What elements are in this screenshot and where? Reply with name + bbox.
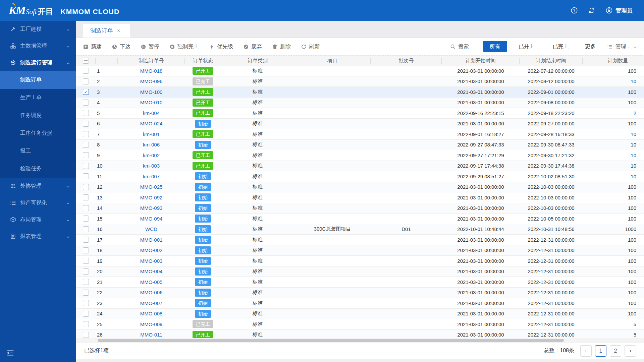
row-checkbox[interactable] [83, 152, 89, 158]
search-button[interactable]: 搜索 [450, 43, 469, 50]
table-row[interactable]: 19MMO-003初始标准2021-03-01 00:00:002022-12-… [76, 256, 644, 266]
sidebar-subitem[interactable]: 检验任务 [0, 160, 76, 178]
toolbar-action-button[interactable]: 废弃 [243, 43, 262, 50]
table-row[interactable]: 21MMO-005初始标准2021-03-01 00:00:002022-12-… [76, 277, 644, 288]
order-number-link[interactable]: MMO-092 [140, 195, 163, 200]
row-checkbox[interactable] [83, 247, 89, 253]
row-checkbox[interactable] [83, 237, 89, 243]
sidebar-item-5[interactable]: 排产可视化 [0, 194, 76, 211]
table-row[interactable]: 12MMO-025初始标准2021-03-01 00:00:002022-10-… [76, 182, 644, 193]
order-number-link[interactable]: MMO-025 [140, 184, 163, 190]
sidebar-collapse-icon[interactable] [6, 349, 15, 357]
order-number-link[interactable]: km-006 [143, 142, 160, 147]
filter-button[interactable]: 所有 [483, 41, 507, 52]
table-row[interactable]: 26MMO-011已开工标准2021-03-01 00:00:002022-12… [76, 330, 644, 338]
table-row[interactable]: 8km-006初始标准2022-09-27 08:47:332022-09-30… [76, 140, 644, 150]
order-number-link[interactable]: MMO-007 [140, 300, 163, 306]
order-number-link[interactable]: MMO-093 [140, 205, 163, 211]
table-row[interactable]: 14MMO-093初始标准2021-03-01 00:00:002022-10-… [76, 203, 644, 214]
sidebar-item-6[interactable]: 布局管理 [0, 211, 76, 228]
scrollbar-thumb[interactable] [98, 339, 564, 342]
filter-button[interactable]: 已完工 [546, 41, 576, 52]
table-row[interactable]: 7km-001已开工标准2022-09-01 16:18:272022-09-2… [76, 129, 644, 140]
row-checkbox[interactable] [83, 100, 89, 106]
order-number-link[interactable]: MMO-009 [140, 321, 163, 327]
toolbar-action-button[interactable]: 优先级 [209, 43, 233, 50]
page-button-1[interactable]: 1 [595, 345, 606, 357]
manage-columns-button[interactable]: 管理... [607, 43, 637, 50]
user-menu[interactable]: 管理员 [605, 7, 633, 14]
order-number-link[interactable]: MMO-001 [140, 237, 163, 243]
toolbar-action-button[interactable]: 下达 [112, 43, 130, 50]
table-row[interactable]: 22MMO-006初始标准2021-03-01 00:00:002022-12-… [76, 288, 644, 298]
table-row[interactable]: 25MMO-009已完工标准2021-03-01 00:00:002022-12… [76, 319, 644, 330]
row-checkbox[interactable] [83, 279, 89, 285]
table-row[interactable]: 11km-007初始标准2022-09-29 08:51:272022-10-0… [76, 171, 644, 182]
row-checkbox[interactable] [83, 268, 89, 275]
toolbar-action-button[interactable]: 删除 [272, 43, 291, 50]
toolbar-action-button[interactable]: 暂停 [141, 43, 159, 50]
order-number-link[interactable]: MMO-005 [140, 279, 163, 285]
table-row[interactable]: 20MMO-004初始标准2021-03-01 00:00:002022-12-… [76, 266, 644, 277]
tab-manufacturing-orders[interactable]: 制造订单 × [83, 24, 130, 38]
order-number-link[interactable]: MMO-011 [140, 332, 162, 338]
sidebar-item-1[interactable]: 工厂建模 [0, 21, 76, 38]
order-number-link[interactable]: MMO-003 [140, 258, 163, 264]
sidebar-item-4[interactable]: 外协管理 [0, 178, 76, 194]
order-number-link[interactable]: MMO-096 [140, 78, 163, 84]
row-checkbox[interactable] [83, 110, 89, 116]
next-page-button[interactable] [625, 345, 636, 357]
prev-page-button[interactable] [580, 345, 592, 357]
sidebar-subitem[interactable]: 报工 [0, 142, 76, 160]
order-number-link[interactable]: MMO-002 [140, 247, 163, 253]
row-checkbox[interactable] [83, 194, 89, 200]
table-row[interactable]: 1MMO-018已开工标准2021-03-01 00:00:002022-07-… [76, 66, 644, 76]
toolbar-action-button[interactable]: 新建 [83, 43, 102, 50]
tab-close-icon[interactable]: × [117, 28, 120, 34]
order-number-link[interactable]: MMO-006 [140, 290, 163, 295]
sidebar-item-2[interactable]: 主数据管理 [0, 38, 76, 54]
table-row[interactable]: 10km-003已开工标准2022-09-17 17:44:382022-09-… [76, 161, 644, 172]
table-row[interactable]: 17MMO-001初始标准2021-03-01 00:00:002022-12-… [76, 235, 644, 245]
table-row[interactable]: 5km-004已开工标准2022-09-16 22:23:152022-09-1… [76, 108, 644, 119]
order-number-link[interactable]: km-001 [143, 131, 160, 137]
order-number-link[interactable]: km-003 [143, 163, 160, 169]
row-checkbox[interactable] [83, 332, 89, 338]
order-number-link[interactable]: MMO-100 [140, 89, 163, 95]
help-icon[interactable]: ? [571, 7, 578, 14]
sidebar-subitem[interactable]: 制造订单 [0, 71, 76, 89]
row-checkbox[interactable] [83, 321, 89, 327]
row-checkbox[interactable] [83, 89, 89, 95]
filter-button[interactable]: 已开工 [512, 41, 541, 52]
sidebar-subitem[interactable]: 任务调度 [0, 107, 76, 124]
row-checkbox[interactable] [83, 68, 89, 74]
table-row[interactable]: 24MMO-008初始标准2021-03-01 00:00:002022-12-… [76, 309, 644, 319]
row-checkbox[interactable] [83, 121, 89, 127]
order-number-link[interactable]: MMO-010 [140, 100, 163, 105]
row-checkbox[interactable] [83, 300, 89, 306]
row-checkbox[interactable] [83, 226, 89, 232]
row-checkbox[interactable] [83, 173, 89, 179]
sidebar-subitem[interactable]: 工序任务分派 [0, 124, 76, 142]
order-number-link[interactable]: MMO-004 [140, 268, 163, 274]
row-checkbox[interactable] [83, 131, 89, 137]
table-row[interactable]: 2MMO-096已完工标准2021-03-01 00:00:002022-08-… [76, 76, 644, 87]
order-number-link[interactable]: MMO-094 [140, 216, 163, 222]
row-checkbox[interactable] [83, 311, 89, 317]
row-checkbox[interactable] [83, 216, 89, 222]
sidebar-subitem[interactable]: 生产工单 [0, 89, 76, 107]
table-row[interactable]: 4MMO-010已开工标准2021-03-01 00:00:002022-09-… [76, 98, 644, 108]
table-row[interactable]: 23MMO-007初始标准2021-03-01 00:00:002022-12-… [76, 298, 644, 309]
table-row[interactable]: 3MMO-100已开工标准2021-03-01 00:00:002022-09-… [76, 87, 644, 98]
more-button[interactable]: 更多 [585, 43, 596, 50]
table-row[interactable]: 18MMO-002初始标准2021-03-01 00:00:002022-12-… [76, 245, 644, 256]
table-row[interactable]: 6MMO-024初始标准2021-03-01 00:00:002022-09-2… [76, 119, 644, 129]
order-number-link[interactable]: WCD [145, 226, 157, 232]
table-row[interactable]: 9km-002已开工标准2022-09-27 17:21:292022-09-3… [76, 150, 644, 161]
sidebar-item-3[interactable]: 制造运行管理 [0, 54, 76, 71]
table-row[interactable]: 15MMO-094初始标准2021-03-01 00:00:002022-10-… [76, 214, 644, 224]
order-number-link[interactable]: MMO-008 [140, 311, 163, 316]
order-number-link[interactable]: MMO-018 [140, 68, 163, 74]
row-checkbox[interactable] [83, 290, 89, 296]
select-all-checkbox[interactable] [83, 58, 89, 64]
